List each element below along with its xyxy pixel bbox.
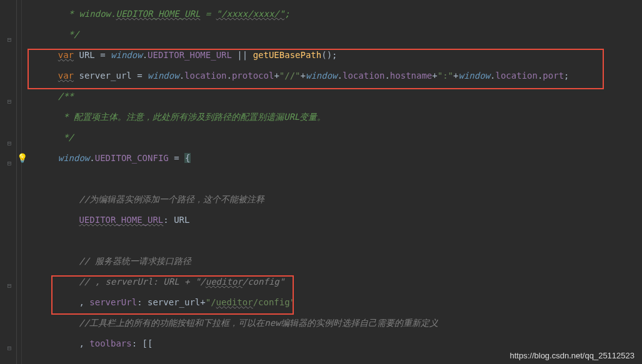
fold-icon[interactable]: ⊟ bbox=[5, 35, 14, 44]
code-line[interactable]: , serverUrl: server_url+"/ueditor/config… bbox=[22, 292, 642, 313]
gutter: ⊟ ⊟ ⊟ 💡 ⊟ ⊟ ⊟ bbox=[0, 0, 22, 364]
code-line[interactable]: /** bbox=[22, 86, 642, 107]
code-line[interactable]: // 服务器统一请求接口路径 bbox=[22, 251, 642, 272]
fold-icon[interactable]: ⊟ bbox=[5, 97, 14, 106]
code-line[interactable]: UEDITOR_HOME_URL: URL bbox=[22, 210, 642, 230]
watermark: https://blog.csdn.net/qq_25112523 bbox=[510, 351, 635, 360]
fold-icon[interactable]: ⊟ bbox=[5, 281, 14, 290]
code-line[interactable]: var server_url = window.location.protoco… bbox=[22, 66, 642, 86]
code-line[interactable]: var URL = window.UEDITOR_HOME_URL || get… bbox=[22, 45, 642, 66]
code-line[interactable]: */ bbox=[22, 24, 642, 45]
code-line[interactable]: // , serverUrl: URL + "/ueditor/config" bbox=[22, 272, 642, 292]
fold-icon[interactable]: ⊟ bbox=[5, 139, 14, 147]
code-line[interactable]: window.UEDITOR_CONFIG = { bbox=[22, 148, 642, 169]
code-line[interactable] bbox=[22, 230, 642, 251]
code-line[interactable]: //工具栏上的所有的功能按钮和下拉框，可以在new编辑器的实例时选择自己需要的重… bbox=[22, 313, 642, 333]
code-line[interactable]: * 配置项主体。注意，此处所有涉及到路径的配置别遗漏URL变量。 bbox=[22, 107, 642, 127]
fold-icon[interactable]: ⊟ bbox=[5, 343, 14, 352]
code-area[interactable]: * window.UEDITOR_HOME_URL = "/xxxx/xxxx/… bbox=[22, 0, 642, 364]
code-line[interactable] bbox=[22, 169, 642, 189]
code-line[interactable]: */ bbox=[22, 127, 642, 148]
code-line[interactable]: //为编辑器实例添加一个路径，这个不能被注释 bbox=[22, 189, 642, 210]
code-editor[interactable]: ⊟ ⊟ ⊟ 💡 ⊟ ⊟ ⊟ * window.UEDITOR_HOME_URL … bbox=[0, 0, 642, 364]
fold-icon[interactable]: ⊟ bbox=[5, 159, 14, 167]
code-line[interactable]: * window.UEDITOR_HOME_URL = "/xxxx/xxxx/… bbox=[22, 4, 642, 24]
